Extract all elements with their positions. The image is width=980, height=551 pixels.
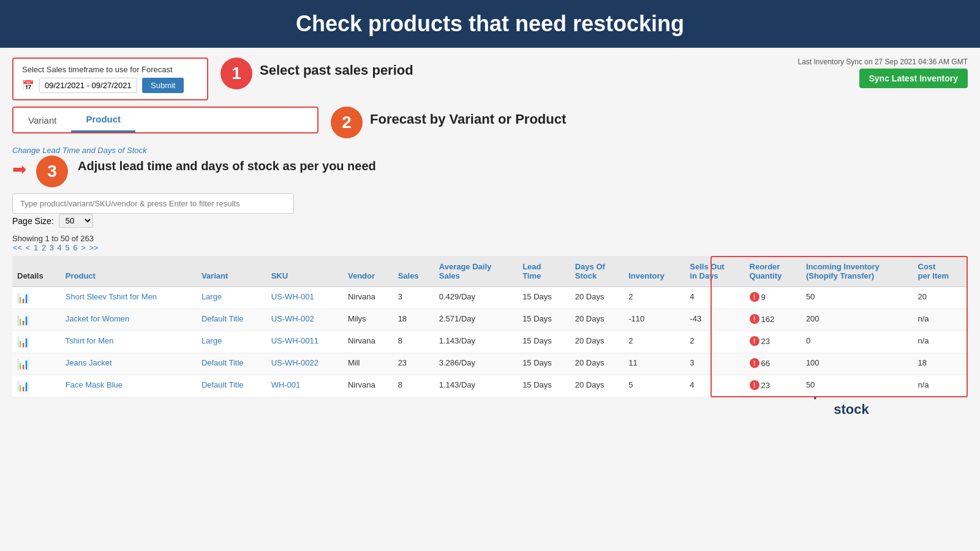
cell-details-4[interactable]: 📊 bbox=[12, 375, 61, 397]
cell-variant-4: Default Title bbox=[197, 375, 266, 397]
sales-label: Select Sales timeframe to use for Foreca… bbox=[22, 65, 198, 74]
cell-details-0[interactable]: 📊 bbox=[12, 287, 61, 309]
annotation-2: 2 Forecast by Variant or Product bbox=[331, 107, 566, 138]
variant-link-2[interactable]: Large bbox=[202, 336, 222, 345]
table-row: 📊 Jacket for Women Default Title US-WH-0… bbox=[12, 309, 968, 331]
cell-sells-out-1: -43 bbox=[685, 309, 744, 331]
date-input[interactable] bbox=[39, 78, 137, 93]
sync-info-text: Last Inventory Sync on 27 Sep 2021 04:36… bbox=[798, 58, 968, 66]
sku-link-3[interactable]: US-WH-0022 bbox=[271, 358, 318, 367]
tabs-section: Variant Product 2 Forecast by Variant or… bbox=[12, 107, 968, 138]
pagination-3[interactable]: 3 bbox=[50, 243, 54, 252]
page-size-label: Page Size: bbox=[12, 216, 54, 226]
cell-incoming-1: 200 bbox=[801, 309, 913, 331]
pagination-5[interactable]: 5 bbox=[65, 243, 69, 252]
product-link-3[interactable]: Jeans Jacket bbox=[66, 358, 112, 367]
page-size-select[interactable]: 50 25 100 bbox=[59, 214, 93, 228]
cell-cost-4: n/a bbox=[913, 375, 968, 397]
sku-link-0[interactable]: US-WH-001 bbox=[271, 292, 314, 301]
th-sku: SKU bbox=[266, 256, 343, 287]
cell-sales-2: 8 bbox=[393, 331, 434, 353]
lead-time-link[interactable]: Change Lead Time and Days of Stock bbox=[12, 146, 147, 155]
cell-lead-time-3: 15 Days bbox=[518, 353, 570, 375]
cell-product-0: Short Sleev Tshirt for Men bbox=[61, 287, 197, 309]
chart-icon-0[interactable]: 📊 bbox=[17, 293, 29, 303]
table-header-row: Details Product Variant SKU Vendor Sales… bbox=[12, 256, 968, 287]
reorder-badge-0: ! 9 bbox=[750, 292, 766, 302]
variant-link-3[interactable]: Default Title bbox=[202, 358, 244, 367]
product-link-4[interactable]: Face Mask Blue bbox=[66, 380, 123, 389]
pagination-next[interactable]: > bbox=[81, 243, 86, 252]
cell-inventory-1: -110 bbox=[624, 309, 685, 331]
badge-1: 1 bbox=[221, 58, 252, 89]
sku-link-2[interactable]: US-WH-0011 bbox=[271, 336, 318, 345]
cell-days-stock-2: 20 Days bbox=[570, 331, 624, 353]
variant-link-1[interactable]: Default Title bbox=[202, 314, 244, 323]
chart-icon-1[interactable]: 📊 bbox=[17, 315, 29, 325]
pagination-4[interactable]: 4 bbox=[58, 243, 62, 252]
cell-incoming-0: 50 bbox=[801, 287, 913, 309]
th-reorder-qty: ReorderQuantity bbox=[745, 256, 801, 287]
pagination-first[interactable]: << bbox=[13, 243, 22, 252]
cell-avg-daily-0: 0.429/Day bbox=[434, 287, 518, 309]
cell-product-4: Face Mask Blue bbox=[61, 375, 197, 397]
cell-reorder-2: ! 23 bbox=[745, 331, 801, 353]
cell-sku-1: US-WH-002 bbox=[266, 309, 343, 331]
cell-vendor-2: Nirvana bbox=[343, 331, 393, 353]
badge-3: 3 bbox=[36, 156, 68, 187]
cell-details-2[interactable]: 📊 bbox=[12, 331, 61, 353]
chart-icon-4[interactable]: 📊 bbox=[17, 381, 29, 391]
reorder-badge-1: ! 162 bbox=[750, 314, 775, 324]
cell-reorder-0: ! 9 bbox=[745, 287, 801, 309]
pagination-1[interactable]: 1 bbox=[34, 243, 38, 252]
search-input[interactable] bbox=[12, 193, 294, 214]
annotation-2-text: Forecast by Variant or Product bbox=[370, 107, 566, 127]
cell-sells-out-2: 2 bbox=[685, 331, 744, 353]
product-link-0[interactable]: Short Sleev Tshirt for Men bbox=[66, 292, 157, 301]
chart-icon-2[interactable]: 📊 bbox=[17, 337, 29, 347]
product-link-2[interactable]: Tshirt for Men bbox=[66, 336, 114, 345]
annotation-1: 1 Select past sales period bbox=[221, 58, 413, 89]
reorder-icon-4: ! bbox=[750, 380, 760, 390]
showing-section: Showing 1 to 50 of 263 << < 1 2 3 4 5 6 … bbox=[12, 234, 968, 252]
variant-link-0[interactable]: Large bbox=[202, 292, 222, 301]
cell-variant-3: Default Title bbox=[197, 353, 266, 375]
badge-2: 2 bbox=[331, 107, 363, 138]
pagination-2[interactable]: 2 bbox=[42, 243, 46, 252]
table-row: 📊 Tshirt for Men Large US-WH-0011 Nirvan… bbox=[12, 331, 968, 353]
cell-vendor-3: Mill bbox=[343, 353, 393, 375]
chart-icon-3[interactable]: 📊 bbox=[17, 359, 29, 369]
showing-text: Showing 1 to 50 of 263 bbox=[12, 234, 968, 243]
cell-lead-time-2: 15 Days bbox=[518, 331, 570, 353]
cell-details-3[interactable]: 📊 bbox=[12, 353, 61, 375]
pagination[interactable]: << < 1 2 3 4 5 6 > >> bbox=[12, 243, 968, 252]
table-row: 📊 Face Mask Blue Default Title WH-001 Ni… bbox=[12, 375, 968, 397]
pagination-prev[interactable]: < bbox=[26, 243, 31, 252]
pagination-6[interactable]: 6 bbox=[73, 243, 77, 252]
th-incoming: Incoming Inventory(Shopify Transfer) bbox=[801, 256, 913, 287]
cell-inventory-4: 5 bbox=[624, 375, 685, 397]
submit-button[interactable]: Submit bbox=[142, 78, 184, 93]
th-cost: Costper Item bbox=[913, 256, 968, 287]
th-sells-out: Sells Outin Days bbox=[685, 256, 744, 287]
cell-avg-daily-3: 3.286/Day bbox=[434, 353, 518, 375]
cell-sku-4: WH-001 bbox=[266, 375, 343, 397]
th-variant: Variant bbox=[197, 256, 266, 287]
product-link-1[interactable]: Jacket for Women bbox=[66, 314, 130, 323]
sku-link-1[interactable]: US-WH-002 bbox=[271, 314, 314, 323]
tab-product[interactable]: Product bbox=[71, 108, 135, 132]
cell-lead-time-1: 15 Days bbox=[518, 309, 570, 331]
pagination-last[interactable]: >> bbox=[89, 243, 98, 252]
cell-product-3: Jeans Jacket bbox=[61, 353, 197, 375]
arrow-icon: ➡ bbox=[12, 159, 26, 179]
cell-avg-daily-2: 1.143/Day bbox=[434, 331, 518, 353]
tab-variant[interactable]: Variant bbox=[13, 108, 71, 132]
cell-days-stock-1: 20 Days bbox=[570, 309, 624, 331]
th-avg-daily: Average DailySales bbox=[434, 256, 518, 287]
sync-button[interactable]: Sync Latest Inventory bbox=[859, 69, 968, 88]
date-input-row: 📅 Submit bbox=[22, 78, 198, 93]
variant-link-4[interactable]: Default Title bbox=[202, 380, 244, 389]
cell-details-1[interactable]: 📊 bbox=[12, 309, 61, 331]
sku-link-4[interactable]: WH-001 bbox=[271, 380, 301, 389]
cell-inventory-2: 2 bbox=[624, 331, 685, 353]
